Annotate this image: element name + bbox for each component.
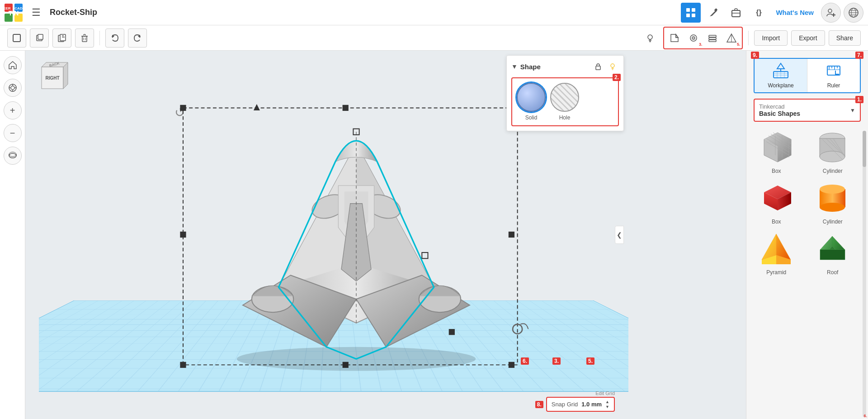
shape-item-roof-green[interactable]: Roof (807, 230, 859, 276)
shape-item-box-red[interactable]: Box (750, 180, 803, 225)
redo-btn[interactable] (128, 29, 147, 48)
scrollbar-thumb[interactable] (863, 131, 866, 167)
sidebar-collapse-handle[interactable]: ❮ (615, 226, 624, 244)
svg-rect-37 (649, 41, 651, 42)
ruler-btn[interactable]: Ruler (807, 59, 860, 92)
svg-point-120 (820, 203, 845, 212)
left-sidebar: + − (0, 51, 25, 419)
target-btn[interactable] (4, 79, 22, 97)
snap-grid-label: Snap Grid (552, 401, 578, 408)
shapes-grid: Box (750, 129, 859, 281)
gallery-btn[interactable] (726, 3, 746, 23)
new-btn[interactable] (7, 29, 26, 48)
rocket-model-container (93, 96, 619, 383)
note-btn[interactable]: 6. (665, 29, 684, 48)
light-icon-btn[interactable] (641, 29, 660, 48)
target-icon (8, 83, 17, 92)
duplicate-btn[interactable] (52, 29, 71, 48)
shape-thumb-cyl-orange (812, 180, 853, 216)
svg-rect-78 (422, 252, 428, 258)
tinkercad-logo: TIN KER CAD (5, 4, 23, 22)
code-icon: {} (756, 9, 761, 17)
whats-new-btn[interactable]: What's New (771, 6, 818, 19)
copy-btn[interactable] (30, 29, 49, 48)
edit-btn[interactable] (703, 3, 723, 23)
shape-thumb-roof-green (812, 230, 853, 267)
export-btn[interactable]: Export (791, 30, 825, 46)
grid-icon (686, 8, 696, 18)
shape-item-pyramid-yellow[interactable]: Pyramid (750, 230, 803, 276)
viewport[interactable]: RIGHT BACK ↺ ↻ ▲ (25, 51, 746, 419)
share-btn[interactable]: Share (829, 30, 861, 46)
shape-panel-collapse[interactable]: ▼ (511, 63, 518, 70)
svg-rect-8 (692, 8, 695, 12)
copy-icon (35, 33, 44, 43)
import-btn[interactable]: Import (754, 30, 788, 46)
shape-thumb-box-gray (756, 129, 797, 165)
solid-circle (517, 83, 546, 112)
shape-panel-header: ▼ Shape (511, 60, 619, 73)
snap-grid-control[interactable]: Snap Grid 1.0 mm ▲ ▼ (546, 397, 615, 412)
svg-point-14 (828, 9, 832, 13)
light-icon (609, 63, 616, 70)
svg-point-121 (820, 185, 845, 194)
hammer-icon (708, 8, 718, 18)
divider-1 (99, 31, 100, 45)
snap-down[interactable]: ▼ (605, 405, 609, 409)
svg-text:TIN: TIN (9, 10, 19, 17)
svg-rect-10 (692, 14, 695, 17)
lock-icon (594, 63, 602, 70)
shapes-category-value: Basic Shapes (759, 110, 800, 117)
svg-point-40 (693, 38, 694, 38)
add-user-btn[interactable] (821, 3, 841, 23)
logo-area: TIN KER CAD ☰ Rocket-Ship (5, 3, 97, 23)
topbar-right-area: {} What's New (681, 3, 863, 23)
view-btn[interactable]: 3. (684, 29, 703, 48)
snap-up[interactable]: ▲ (605, 400, 609, 404)
svg-rect-69 (509, 232, 514, 238)
svg-rect-42 (709, 38, 716, 39)
code-btn[interactable]: {} (749, 3, 769, 23)
zoom-in-btn[interactable]: + (4, 101, 22, 119)
right-scrollbar[interactable] (863, 131, 866, 417)
svg-text:KER: KER (5, 6, 11, 10)
menu-icon-btn[interactable]: ☰ (26, 3, 46, 23)
3d-btn[interactable] (4, 147, 22, 165)
nav-cube[interactable]: RIGHT BACK (33, 58, 72, 98)
undo-btn[interactable] (105, 29, 124, 48)
grid-view-btn[interactable] (681, 3, 701, 23)
snap-arrows[interactable]: ▲ ▼ (605, 400, 609, 409)
dropdown-arrow-icon: ▼ (850, 107, 855, 114)
ruler-label: Ruler (827, 82, 840, 89)
stack-btn[interactable] (703, 29, 722, 48)
delete-btn[interactable] (75, 29, 94, 48)
shapes-category-dropdown[interactable]: Tinkercad Basic Shapes ▼ (754, 99, 861, 122)
shape-lock-btn[interactable] (592, 60, 604, 73)
shape-label-box-red: Box (772, 219, 781, 225)
svg-point-81 (611, 64, 614, 67)
undo-icon (110, 33, 119, 43)
trash-icon (80, 33, 89, 43)
zoom-out-btn[interactable]: − (4, 124, 22, 142)
light-bulb-icon (646, 33, 655, 43)
hole-option[interactable]: Hole (550, 83, 579, 121)
redo-icon (133, 33, 142, 43)
svg-rect-24 (38, 34, 43, 39)
svg-rect-36 (649, 40, 651, 41)
svg-text:CAD: CAD (14, 6, 23, 10)
solid-option[interactable]: Solid (517, 83, 546, 121)
shape-item-box-gray[interactable]: Box (750, 129, 803, 174)
edit-grid-label: Edit Grid (595, 390, 615, 396)
shapes-scroll[interactable]: Box (746, 129, 863, 419)
user-add-icon (826, 8, 836, 18)
shape-light-btn[interactable] (606, 60, 619, 73)
shape-label-roof-green: Roof (827, 269, 838, 276)
user-avatar-btn[interactable] (844, 3, 863, 23)
suitcase-icon (731, 8, 741, 18)
shape-item-cyl-gray[interactable]: Cylinder (807, 129, 859, 174)
home-btn[interactable] (4, 56, 22, 74)
shape-item-cyl-orange[interactable]: Cylinder (807, 180, 859, 225)
svg-rect-80 (596, 66, 600, 70)
triangle-btn[interactable]: 5. (722, 29, 741, 48)
workplane-btn[interactable]: Workplane (755, 59, 807, 92)
